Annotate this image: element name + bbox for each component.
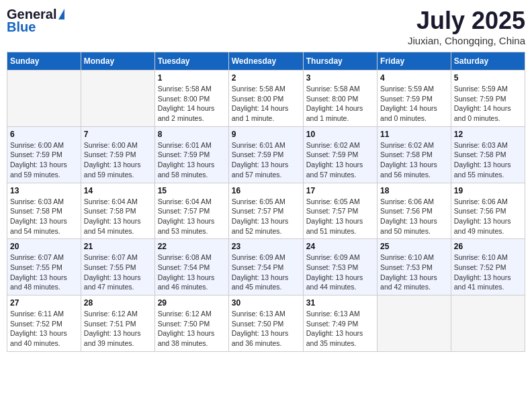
day-info: Sunrise: 5:59 AM Sunset: 7:59 PM Dayligh… (454, 84, 522, 124)
day-info: Sunrise: 6:06 AM Sunset: 7:56 PM Dayligh… (380, 197, 448, 236)
header-saturday: Saturday (451, 52, 525, 71)
day-number: 20 (10, 242, 78, 251)
day-number: 3 (306, 73, 374, 83)
day-number: 11 (380, 130, 448, 139)
day-cell: 21Sunrise: 6:07 AM Sunset: 7:55 PM Dayli… (81, 239, 154, 295)
day-cell (81, 71, 154, 127)
day-number: 27 (10, 298, 78, 308)
day-number: 15 (158, 186, 226, 195)
day-info: Sunrise: 6:10 AM Sunset: 7:52 PM Dayligh… (454, 253, 522, 292)
day-cell: 8Sunrise: 6:01 AM Sunset: 7:59 PM Daylig… (154, 126, 228, 183)
day-info: Sunrise: 5:58 AM Sunset: 8:00 PM Dayligh… (158, 84, 226, 124)
header-sunday: Sunday (7, 52, 81, 71)
location-subtitle: Jiuxian, Chongqing, China (408, 35, 525, 46)
day-cell: 22Sunrise: 6:08 AM Sunset: 7:54 PM Dayli… (154, 239, 228, 295)
day-number: 1 (158, 73, 226, 83)
day-info: Sunrise: 6:03 AM Sunset: 7:58 PM Dayligh… (10, 197, 78, 236)
week-row-3: 13Sunrise: 6:03 AM Sunset: 7:58 PM Dayli… (7, 183, 525, 239)
day-cell: 31Sunrise: 6:13 AM Sunset: 7:49 PM Dayli… (303, 295, 377, 352)
day-number: 22 (158, 242, 226, 251)
day-info: Sunrise: 6:09 AM Sunset: 7:53 PM Dayligh… (306, 253, 374, 292)
month-year-title: July 2025 (408, 7, 525, 35)
day-number: 23 (232, 242, 300, 251)
day-number: 6 (10, 130, 78, 139)
calendar-table: SundayMondayTuesdayWednesdayThursdayFrid… (7, 52, 525, 352)
day-info: Sunrise: 6:01 AM Sunset: 7:59 PM Dayligh… (232, 140, 300, 180)
day-number: 5 (454, 73, 522, 83)
day-info: Sunrise: 6:05 AM Sunset: 7:57 PM Dayligh… (306, 197, 374, 236)
day-cell (451, 295, 525, 352)
day-info: Sunrise: 6:00 AM Sunset: 7:59 PM Dayligh… (84, 140, 152, 180)
day-cell: 10Sunrise: 6:02 AM Sunset: 7:59 PM Dayli… (303, 126, 377, 183)
day-number: 2 (232, 73, 300, 83)
day-info: Sunrise: 6:07 AM Sunset: 7:55 PM Dayligh… (84, 253, 152, 292)
day-cell: 17Sunrise: 6:05 AM Sunset: 7:57 PM Dayli… (303, 183, 377, 239)
day-cell: 16Sunrise: 6:05 AM Sunset: 7:57 PM Dayli… (228, 183, 303, 239)
day-number: 18 (380, 186, 448, 195)
day-cell: 3Sunrise: 5:58 AM Sunset: 8:00 PM Daylig… (303, 71, 377, 127)
day-cell: 20Sunrise: 6:07 AM Sunset: 7:55 PM Dayli… (7, 239, 81, 295)
header-monday: Monday (81, 52, 154, 71)
day-number: 30 (232, 298, 300, 308)
day-cell: 19Sunrise: 6:06 AM Sunset: 7:56 PM Dayli… (451, 183, 525, 239)
day-cell: 27Sunrise: 6:11 AM Sunset: 7:52 PM Dayli… (7, 295, 81, 352)
day-number: 28 (84, 298, 152, 308)
day-cell: 24Sunrise: 6:09 AM Sunset: 7:53 PM Dayli… (303, 239, 377, 295)
day-number: 4 (380, 73, 448, 83)
week-row-4: 20Sunrise: 6:07 AM Sunset: 7:55 PM Dayli… (7, 239, 525, 295)
day-cell: 5Sunrise: 5:59 AM Sunset: 7:59 PM Daylig… (451, 71, 525, 127)
day-info: Sunrise: 6:12 AM Sunset: 7:51 PM Dayligh… (84, 309, 152, 349)
page-header: General Blue July 2025 Jiuxian, Chongqin… (7, 7, 525, 46)
week-row-2: 6Sunrise: 6:00 AM Sunset: 7:59 PM Daylig… (7, 126, 525, 183)
day-cell: 18Sunrise: 6:06 AM Sunset: 7:56 PM Dayli… (378, 183, 451, 239)
day-cell: 14Sunrise: 6:04 AM Sunset: 7:58 PM Dayli… (81, 183, 154, 239)
day-number: 16 (232, 186, 300, 195)
day-number: 14 (84, 186, 152, 195)
day-number: 12 (454, 130, 522, 139)
week-row-1: 1Sunrise: 5:58 AM Sunset: 8:00 PM Daylig… (7, 71, 525, 127)
day-info: Sunrise: 6:11 AM Sunset: 7:52 PM Dayligh… (10, 309, 78, 349)
logo-blue-text: Blue (7, 19, 36, 35)
day-number: 9 (232, 130, 300, 139)
day-cell (378, 295, 451, 352)
day-number: 26 (454, 242, 522, 251)
day-cell: 11Sunrise: 6:02 AM Sunset: 7:58 PM Dayli… (378, 126, 451, 183)
day-number: 13 (10, 186, 78, 195)
day-info: Sunrise: 5:59 AM Sunset: 7:59 PM Dayligh… (380, 84, 448, 124)
header-thursday: Thursday (303, 52, 377, 71)
day-cell: 15Sunrise: 6:04 AM Sunset: 7:57 PM Dayli… (154, 183, 228, 239)
day-info: Sunrise: 6:02 AM Sunset: 7:59 PM Dayligh… (306, 140, 374, 180)
day-number: 8 (158, 130, 226, 139)
day-info: Sunrise: 6:10 AM Sunset: 7:53 PM Dayligh… (380, 253, 448, 292)
day-cell: 6Sunrise: 6:00 AM Sunset: 7:59 PM Daylig… (7, 126, 81, 183)
day-info: Sunrise: 6:00 AM Sunset: 7:59 PM Dayligh… (10, 140, 78, 180)
week-row-5: 27Sunrise: 6:11 AM Sunset: 7:52 PM Dayli… (7, 295, 525, 352)
header-wednesday: Wednesday (228, 52, 303, 71)
day-info: Sunrise: 6:08 AM Sunset: 7:54 PM Dayligh… (158, 253, 226, 292)
day-number: 7 (84, 130, 152, 139)
day-cell: 2Sunrise: 5:58 AM Sunset: 8:00 PM Daylig… (228, 71, 303, 127)
day-number: 19 (454, 186, 522, 195)
day-cell: 12Sunrise: 6:03 AM Sunset: 7:58 PM Dayli… (451, 126, 525, 183)
day-info: Sunrise: 6:04 AM Sunset: 7:57 PM Dayligh… (158, 197, 226, 236)
day-cell: 25Sunrise: 6:10 AM Sunset: 7:53 PM Dayli… (378, 239, 451, 295)
logo: General Blue (7, 7, 64, 35)
day-number: 25 (380, 242, 448, 251)
day-info: Sunrise: 6:13 AM Sunset: 7:49 PM Dayligh… (306, 309, 374, 349)
day-info: Sunrise: 5:58 AM Sunset: 8:00 PM Dayligh… (232, 84, 300, 124)
header-tuesday: Tuesday (154, 52, 228, 71)
day-info: Sunrise: 6:07 AM Sunset: 7:55 PM Dayligh… (10, 253, 78, 292)
day-number: 24 (306, 242, 374, 251)
day-number: 29 (158, 298, 226, 308)
day-info: Sunrise: 6:03 AM Sunset: 7:58 PM Dayligh… (454, 140, 522, 180)
logo-triangle-icon (58, 9, 64, 19)
day-cell: 7Sunrise: 6:00 AM Sunset: 7:59 PM Daylig… (81, 126, 154, 183)
day-cell (7, 71, 81, 127)
day-cell: 30Sunrise: 6:13 AM Sunset: 7:50 PM Dayli… (228, 295, 303, 352)
day-cell: 13Sunrise: 6:03 AM Sunset: 7:58 PM Dayli… (7, 183, 81, 239)
day-info: Sunrise: 6:13 AM Sunset: 7:50 PM Dayligh… (232, 309, 300, 349)
day-info: Sunrise: 6:02 AM Sunset: 7:58 PM Dayligh… (380, 140, 448, 180)
calendar-header-row: SundayMondayTuesdayWednesdayThursdayFrid… (7, 52, 525, 71)
day-info: Sunrise: 6:04 AM Sunset: 7:58 PM Dayligh… (84, 197, 152, 236)
day-cell: 4Sunrise: 5:59 AM Sunset: 7:59 PM Daylig… (378, 71, 451, 127)
